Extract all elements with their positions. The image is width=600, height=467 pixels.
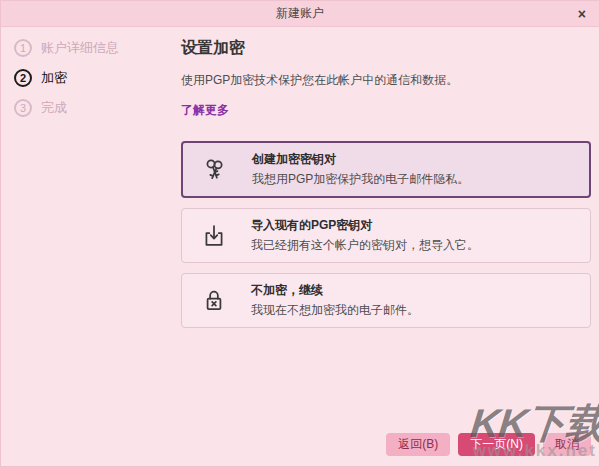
learn-more-link[interactable]: 了解更多 <box>181 102 229 119</box>
option-create-keypair[interactable]: 创建加密密钥对 我想用PGP加密保护我的电子邮件隐私。 <box>181 141 591 198</box>
page-description: 使用PGP加密技术保护您在此帐户中的通信和数据。 <box>181 72 591 89</box>
option-texts: 导入现有的PGP密钥对 我已经拥有这个帐户的密钥对，想导入它。 <box>251 217 479 254</box>
cancel-button[interactable]: 取消 <box>543 433 591 456</box>
dialog-body: 1 账户详细信息 2 加密 3 完成 设置加密 使用PGP加密技术保护您在此帐户… <box>1 27 599 338</box>
wizard-steps-sidebar: 1 账户详细信息 2 加密 3 完成 <box>1 27 168 338</box>
page-title: 设置加密 <box>181 38 591 59</box>
option-title: 导入现有的PGP密钥对 <box>251 217 479 234</box>
step-account-details: 1 账户详细信息 <box>14 39 168 57</box>
window-title: 新建账户 <box>276 5 324 22</box>
footer-buttons: 返回(B) 下一页(N) 取消 <box>386 433 591 456</box>
back-button[interactable]: 返回(B) <box>386 433 450 456</box>
option-texts: 创建加密密钥对 我想用PGP加密保护我的电子邮件隐私。 <box>252 151 469 188</box>
step-finish: 3 完成 <box>14 99 168 117</box>
lock-x-icon <box>199 286 229 316</box>
new-account-dialog: 新建账户 × 1 账户详细信息 2 加密 3 完成 设置加密 使用PGP加密技术… <box>0 0 600 467</box>
step-encryption: 2 加密 <box>14 69 168 87</box>
close-icon[interactable]: × <box>574 5 590 23</box>
main-panel: 设置加密 使用PGP加密技术保护您在此帐户中的通信和数据。 了解更多 创建加密密… <box>168 27 599 338</box>
option-description: 我已经拥有这个帐户的密钥对，想导入它。 <box>251 237 479 254</box>
step-2-circle: 2 <box>14 69 32 87</box>
next-button[interactable]: 下一页(N) <box>458 433 535 456</box>
option-texts: 不加密，继续 我现在不想加密我的电子邮件。 <box>251 282 419 319</box>
step-2-label: 加密 <box>41 69 67 87</box>
titlebar: 新建账户 × <box>1 1 599 27</box>
step-1-circle: 1 <box>14 39 32 57</box>
step-3-circle: 3 <box>14 99 32 117</box>
step-3-label: 完成 <box>41 99 67 117</box>
option-title: 不加密，继续 <box>251 282 419 299</box>
option-description: 我想用PGP加密保护我的电子邮件隐私。 <box>252 171 469 188</box>
option-description: 我现在不想加密我的电子邮件。 <box>251 302 419 319</box>
option-import-keypair[interactable]: 导入现有的PGP密钥对 我已经拥有这个帐户的密钥对，想导入它。 <box>181 208 591 263</box>
import-icon <box>199 221 229 251</box>
keys-icon <box>200 155 230 185</box>
option-title: 创建加密密钥对 <box>252 151 469 168</box>
option-no-encryption[interactable]: 不加密，继续 我现在不想加密我的电子邮件。 <box>181 273 591 328</box>
step-1-label: 账户详细信息 <box>41 39 119 57</box>
